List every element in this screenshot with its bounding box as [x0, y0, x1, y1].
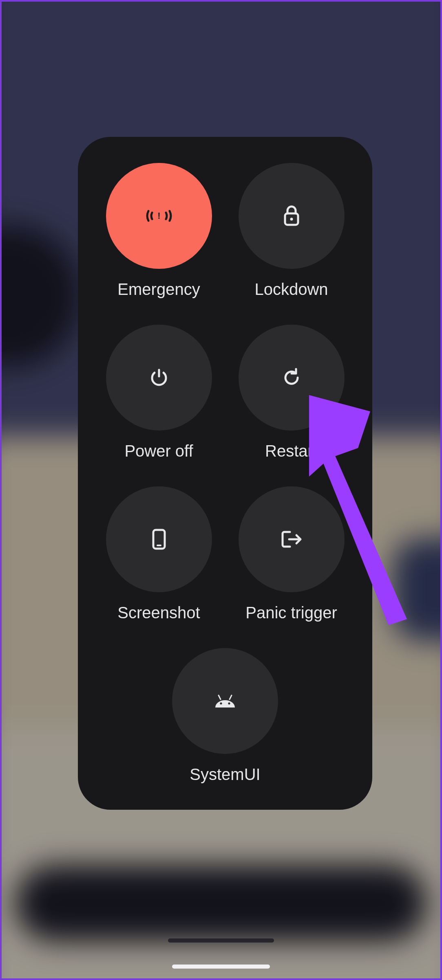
emergency-label: Emergency [117, 280, 200, 299]
poweroff-item: Power off [93, 325, 225, 460]
svg-rect-4 [157, 545, 161, 546]
svg-line-5 [219, 695, 221, 699]
bg-clock-widget [0, 224, 81, 368]
power-icon [149, 367, 169, 388]
restart-icon [281, 367, 302, 388]
svg-point-7 [220, 702, 222, 704]
bg-search-bar [15, 865, 427, 941]
bg-app-icon [392, 538, 442, 641]
emergency-icon: ! [145, 208, 173, 224]
svg-line-6 [230, 695, 232, 699]
systemui-button[interactable] [172, 648, 278, 754]
systemui-label: SystemUI [190, 765, 260, 784]
restart-label: Restart [265, 442, 318, 460]
svg-text:!: ! [157, 211, 160, 221]
exit-icon [280, 529, 303, 550]
emergency-button[interactable]: ! [106, 163, 212, 269]
panictrigger-label: Panic trigger [245, 604, 337, 622]
screenshot-icon [151, 528, 167, 551]
lockdown-label: Lockdown [254, 280, 328, 299]
poweroff-button[interactable] [106, 325, 212, 431]
power-menu-grid: ! Emergency Lockdown [93, 163, 358, 793]
svg-point-8 [228, 702, 230, 704]
gesture-bar[interactable] [172, 965, 270, 969]
lockdown-button[interactable] [239, 163, 345, 269]
panictrigger-item: Panic trigger [225, 486, 358, 622]
panictrigger-button[interactable] [239, 486, 345, 592]
svg-point-2 [290, 218, 293, 221]
systemui-item: SystemUI [93, 648, 358, 784]
screenshot-label: Screenshot [117, 604, 200, 622]
restart-item: Restart [225, 325, 358, 460]
restart-button[interactable] [239, 325, 345, 431]
lockdown-item: Lockdown [225, 163, 358, 299]
screenshot-button[interactable] [106, 486, 212, 592]
gesture-bar-shadow [168, 938, 274, 943]
power-menu-panel: ! Emergency Lockdown [78, 137, 372, 810]
screenshot-item: Screenshot [93, 486, 225, 622]
poweroff-label: Power off [124, 442, 193, 460]
lock-icon [282, 204, 301, 227]
emergency-item: ! Emergency [93, 163, 225, 299]
android-icon [214, 694, 236, 708]
